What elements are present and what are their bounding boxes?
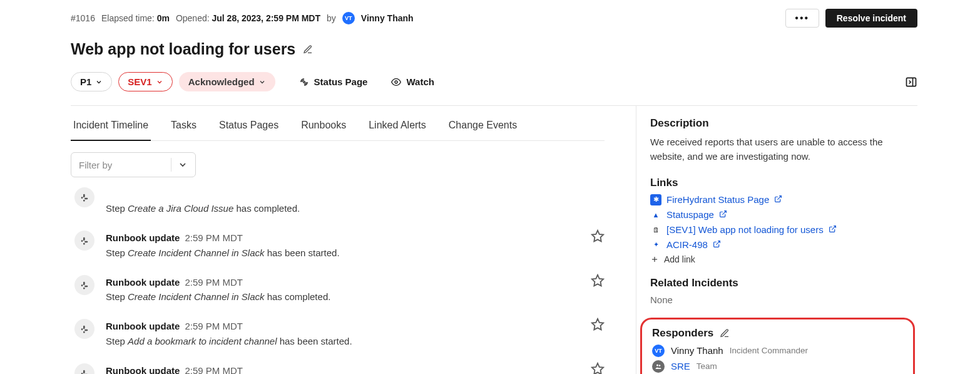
tab-runbooks[interactable]: Runbooks xyxy=(299,111,349,140)
watch-link[interactable]: Watch xyxy=(391,76,434,87)
add-link-button[interactable]: Add link xyxy=(650,254,917,264)
svg-point-15 xyxy=(659,365,661,366)
link-icon: ✦ xyxy=(650,239,661,251)
status-pill[interactable]: Acknowledged xyxy=(179,72,275,91)
timeline-title: Runbook update xyxy=(106,277,180,288)
timeline-item: Step Create a Jira Cloud Issue has compl… xyxy=(71,186,605,223)
external-link[interactable]: FireHydrant Status Page xyxy=(666,194,769,205)
svg-marker-4 xyxy=(592,231,603,241)
page-title: Web app not loading for users xyxy=(71,40,295,58)
responder-team-link[interactable]: SRE xyxy=(671,361,690,371)
slack-icon xyxy=(74,363,94,374)
external-link-icon[interactable] xyxy=(713,239,721,250)
opened-label: Opened: Jul 28, 2023, 2:59 PM MDT xyxy=(176,13,320,23)
elapsed-label: Elapsed time: 0m xyxy=(101,13,170,23)
timeline-time: 2:59 PM MDT xyxy=(182,321,243,331)
timeline-item: Runbook update 2:59 PM MDTStep Add a boo… xyxy=(71,311,605,356)
edit-responders-icon[interactable] xyxy=(720,328,730,338)
timeline-item: Runbook update 2:59 PM MDTStep Create In… xyxy=(71,223,605,268)
chevron-down-icon xyxy=(95,78,103,86)
link-item: 🗓[SEV1] Web app not loading for users xyxy=(650,224,917,236)
team-icon xyxy=(652,360,665,373)
broadcast-icon xyxy=(299,77,309,87)
timeline-description: Step Create Incident Channel in Slack ha… xyxy=(106,247,340,258)
svg-point-14 xyxy=(656,364,658,366)
timeline-time: 2:59 PM MDT xyxy=(182,277,243,288)
svg-line-11 xyxy=(716,241,720,245)
resolve-incident-button[interactable]: Resolve incident xyxy=(825,9,917,28)
responders-heading: Responders xyxy=(652,327,713,340)
timeline-description: Step Add a bookmark to incident channel … xyxy=(106,336,352,346)
tab-incident-timeline[interactable]: Incident Timeline xyxy=(71,111,151,141)
links-heading: Links xyxy=(650,177,917,189)
timeline-title: Runbook update xyxy=(106,321,180,331)
star-icon[interactable] xyxy=(591,229,605,243)
responder-item: SRETeam xyxy=(652,360,903,373)
timeline-item: Runbook update 2:59 PM MDTStep Create In… xyxy=(71,268,605,312)
filter-dropdown[interactable]: Filter by xyxy=(71,152,196,177)
tab-change-events[interactable]: Change Events xyxy=(446,111,519,140)
chevron-down-icon xyxy=(258,78,266,86)
plus-icon xyxy=(650,255,659,264)
external-link-icon[interactable] xyxy=(719,209,727,220)
slack-icon xyxy=(74,275,94,295)
external-link[interactable]: [SEV1] Web app not loading for users xyxy=(666,224,824,235)
svg-marker-6 xyxy=(592,319,603,330)
slack-icon xyxy=(74,319,94,339)
tab-linked-alerts[interactable]: Linked Alerts xyxy=(366,111,429,140)
eye-icon xyxy=(391,77,401,87)
responders-section: Responders VTVinny ThanhIncident Command… xyxy=(640,318,915,375)
timeline-title: Runbook update xyxy=(106,365,180,374)
responder-role: Team xyxy=(697,361,717,371)
external-link[interactable]: ACIR-498 xyxy=(666,239,708,250)
link-item: ✱FireHydrant Status Page xyxy=(650,194,917,205)
tab-status-pages[interactable]: Status Pages xyxy=(217,111,281,140)
tabs: Incident TimelineTasksStatus PagesRunboo… xyxy=(71,111,605,141)
more-actions-button[interactable]: ••• xyxy=(785,9,819,28)
user-avatar: VT xyxy=(652,345,665,357)
link-item: ▲Statuspage xyxy=(650,209,917,221)
svg-point-0 xyxy=(303,81,305,83)
panel-toggle-icon[interactable] xyxy=(905,76,917,88)
related-incidents-heading: Related Incidents xyxy=(650,277,917,289)
link-item: ✦ACIR-498 xyxy=(650,239,917,251)
priority-pill[interactable]: P1 xyxy=(71,72,112,91)
star-icon[interactable] xyxy=(591,362,605,374)
incident-id: #1016 xyxy=(71,13,95,23)
timeline-description: Step Create a Jira Cloud Issue has compl… xyxy=(106,203,300,214)
svg-line-10 xyxy=(832,226,835,230)
author-avatar: VT xyxy=(342,12,355,24)
link-icon: ✱ xyxy=(650,194,661,205)
star-icon[interactable] xyxy=(591,274,605,288)
timeline-time: 2:59 PM MDT xyxy=(182,365,243,374)
timeline-description: Step Create Incident Channel in Slack ha… xyxy=(106,291,330,302)
by-label: by xyxy=(327,13,336,23)
external-link[interactable]: Statuspage xyxy=(666,209,714,220)
star-icon[interactable] xyxy=(591,318,605,331)
responder-role: Incident Commander xyxy=(730,346,808,355)
author-name: Vinny Thanh xyxy=(361,13,414,23)
timeline-title: Runbook update xyxy=(106,232,180,243)
tab-tasks[interactable]: Tasks xyxy=(168,111,199,140)
description-heading: Description xyxy=(650,117,917,130)
chevron-down-icon xyxy=(156,78,163,86)
slack-icon xyxy=(74,187,94,207)
edit-title-icon[interactable] xyxy=(303,44,313,55)
status-page-link[interactable]: Status Page xyxy=(299,76,368,87)
description-text: We received reports that users are unabl… xyxy=(650,135,917,164)
responder-item: VTVinny ThanhIncident Commander xyxy=(652,345,903,357)
chevron-down-icon xyxy=(178,160,188,170)
svg-marker-5 xyxy=(592,275,603,286)
svg-line-8 xyxy=(778,196,782,200)
responder-name: Vinny Thanh xyxy=(671,345,723,356)
external-link-icon[interactable] xyxy=(829,224,837,235)
svg-line-9 xyxy=(722,211,726,215)
external-link-icon[interactable] xyxy=(774,194,782,205)
link-icon: 🗓 xyxy=(650,224,661,236)
timeline-time: 2:59 PM MDT xyxy=(182,232,243,243)
severity-pill[interactable]: SEV1 xyxy=(118,72,172,91)
link-icon: ▲ xyxy=(650,209,661,221)
timeline-item: Runbook update 2:59 PM MDTStep Remind in… xyxy=(71,356,605,374)
related-incidents-none: None xyxy=(650,294,917,305)
slack-icon xyxy=(74,231,94,251)
